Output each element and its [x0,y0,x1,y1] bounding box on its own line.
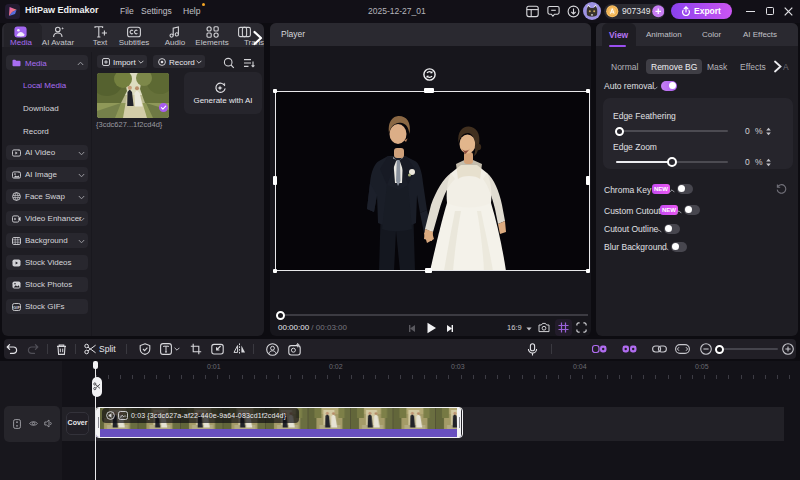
svg-text:GIF: GIF [13,304,20,309]
